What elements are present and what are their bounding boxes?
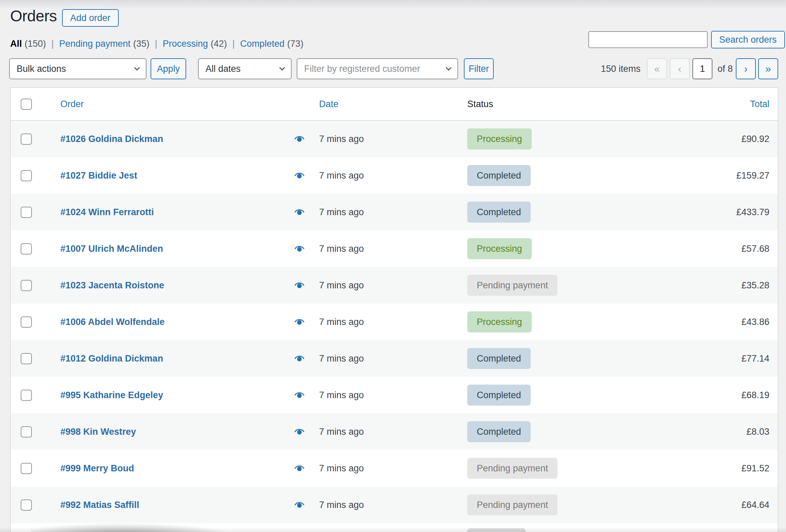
eye-icon[interactable] [294, 318, 304, 326]
row-checkbox[interactable] [21, 463, 32, 474]
status-badge: Pending payment [467, 275, 557, 296]
row-checkbox[interactable] [21, 390, 32, 401]
order-link[interactable]: #1023 Jacenta Roistone [60, 280, 164, 291]
eye-icon[interactable] [294, 355, 304, 362]
order-total: £90.92 [638, 134, 778, 144]
row-checkbox[interactable] [21, 499, 32, 511]
order-date: 7 mins ago [309, 280, 461, 291]
eye-icon[interactable] [294, 391, 304, 399]
table-row: #1026 Goldina Dickman 7 mins ago Process… [11, 121, 778, 157]
status-badge: Completed [467, 348, 531, 369]
eye-icon[interactable] [294, 208, 304, 216]
eye-icon[interactable] [294, 245, 304, 252]
row-checkbox[interactable] [21, 243, 32, 254]
order-date: 7 mins ago [309, 500, 461, 510]
partial-status-badge [467, 528, 526, 532]
pagination: 150 items « ‹ of 8 › » [0, 58, 786, 79]
partial-table-row [11, 524, 778, 532]
last-page-button[interactable]: » [758, 58, 778, 79]
current-page-input[interactable] [692, 58, 712, 79]
order-date: 7 mins ago [309, 317, 461, 327]
orders-table: Order Date Status Total #1026 Goldina Di… [10, 87, 778, 532]
table-row: #992 Matias Saffill 7 mins ago Pending p… [11, 487, 778, 523]
column-header-status: Status [461, 99, 638, 109]
row-checkbox[interactable] [21, 170, 32, 181]
status-filter-item: Processing (42) | [163, 39, 240, 49]
status-badge: Pending payment [467, 458, 557, 479]
order-link[interactable]: #999 Merry Boud [60, 463, 134, 474]
order-date: 7 mins ago [309, 390, 461, 401]
order-date: 7 mins ago [309, 427, 461, 437]
eye-icon[interactable] [294, 282, 304, 289]
order-date: 7 mins ago [309, 170, 461, 181]
order-link[interactable]: #1006 Abdel Wolfendale [60, 317, 165, 327]
status-filter-list: All (150) | Pending payment (35) | Proce… [10, 39, 303, 49]
status-badge: Completed [467, 202, 531, 223]
status-filter-link[interactable]: Processing [163, 39, 208, 49]
status-badge: Processing [467, 238, 532, 259]
first-page-button: « [647, 58, 667, 79]
order-date: 7 mins ago [309, 207, 461, 218]
row-checkbox[interactable] [21, 316, 32, 328]
order-link[interactable]: #998 Kin Westrey [60, 427, 136, 437]
status-badge: Processing [467, 128, 532, 149]
status-badge: Completed [467, 421, 531, 442]
order-total: £433.79 [638, 207, 778, 218]
items-count: 150 items [601, 58, 641, 79]
row-checkbox[interactable] [21, 207, 32, 218]
filter-separator: | [155, 39, 157, 49]
status-filter-link[interactable]: Completed [240, 39, 284, 49]
order-total: £64.64 [638, 500, 778, 510]
order-link[interactable]: #1027 Biddie Jest [60, 170, 137, 181]
order-total: £159.27 [638, 170, 778, 181]
order-total: £35.28 [638, 280, 778, 291]
page-title: Orders [10, 7, 57, 25]
status-filter-link[interactable]: All [10, 39, 22, 49]
order-total: £91.52 [638, 463, 778, 474]
order-total: £8.03 [638, 427, 778, 437]
row-checkbox[interactable] [21, 134, 32, 145]
order-total: £77.14 [638, 353, 778, 364]
status-filter-count: (73) [287, 39, 303, 49]
status-badge: Completed [467, 165, 531, 186]
column-header-date[interactable]: Date [309, 99, 461, 109]
table-row: #1007 Ulrich McAlinden 7 mins ago Proces… [11, 230, 778, 267]
table-row: #995 Katharine Edgeley 7 mins ago Comple… [11, 377, 778, 413]
row-checkbox[interactable] [21, 280, 32, 291]
order-link[interactable]: #995 Katharine Edgeley [60, 390, 163, 401]
add-order-button[interactable]: Add order [62, 9, 119, 27]
order-total: £68.19 [638, 390, 778, 401]
order-total: £57.68 [638, 244, 778, 254]
table-row: #1006 Abdel Wolfendale 7 mins ago Proces… [11, 304, 778, 340]
eye-icon[interactable] [294, 428, 304, 435]
order-link[interactable]: #1012 Goldina Dickman [60, 353, 163, 364]
order-date: 7 mins ago [309, 463, 461, 474]
column-header-total[interactable]: Total [638, 99, 778, 109]
status-filter-count: (150) [25, 39, 46, 49]
order-date: 7 mins ago [309, 353, 461, 364]
eye-icon[interactable] [294, 135, 304, 143]
table-row: #1027 Biddie Jest 7 mins ago Completed £… [11, 157, 778, 194]
total-pages-label: of 8 [718, 58, 733, 79]
order-link[interactable]: #1026 Goldina Dickman [60, 134, 163, 144]
table-row: #999 Merry Boud 7 mins ago Pending payme… [11, 450, 778, 487]
filter-separator: | [52, 39, 54, 49]
status-filter-item: All (150) | [10, 39, 59, 49]
eye-icon[interactable] [294, 501, 304, 509]
status-filter-link[interactable]: Pending payment [59, 39, 131, 49]
status-filter-item: Completed (73) [240, 39, 303, 49]
eye-icon[interactable] [294, 465, 304, 472]
search-orders-button[interactable]: Search orders [711, 31, 785, 48]
search-orders-input[interactable] [588, 31, 708, 48]
eye-icon[interactable] [294, 172, 304, 179]
row-checkbox[interactable] [21, 353, 32, 364]
next-page-button[interactable]: › [736, 58, 756, 79]
order-date: 7 mins ago [309, 134, 461, 144]
column-header-order[interactable]: Order [50, 99, 309, 109]
order-link[interactable]: #1024 Winn Ferrarotti [60, 207, 154, 218]
order-link[interactable]: #992 Matias Saffill [60, 500, 139, 510]
order-link[interactable]: #1007 Ulrich McAlinden [60, 244, 163, 254]
row-checkbox[interactable] [21, 426, 32, 437]
select-all-checkbox[interactable] [21, 99, 32, 110]
table-row: #1024 Winn Ferrarotti 7 mins ago Complet… [11, 194, 778, 230]
